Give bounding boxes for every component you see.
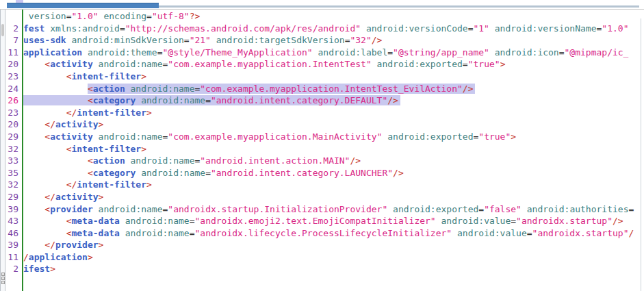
code-line[interactable]: </activity>: [23, 191, 644, 203]
indent: [23, 144, 66, 154]
line-number: 39: [5, 239, 18, 251]
indent: [23, 59, 44, 69]
horizontal-scrollbar-thumb[interactable]: [7, 3, 159, 8]
xml-delimiter: <: [44, 204, 50, 214]
line-number: 20: [5, 118, 18, 131]
line-number: 24: [5, 83, 18, 95]
xml-attribute-name: android:name: [136, 168, 205, 178]
xml-tag-name: meta-data: [71, 216, 119, 226]
code-line[interactable]: uses-sdk android:minSdkVersion="21" andr…: [23, 34, 644, 47]
code-line[interactable]: ifest>: [23, 263, 644, 275]
indent: [23, 71, 66, 81]
xml-delimiter: >: [511, 131, 516, 142]
line-number: 11: [5, 47, 18, 59]
xml-equals: =: [478, 204, 484, 214]
xml-equals: =: [527, 228, 532, 238]
code-line[interactable]: fest xmlns:android="http://schemas.andro…: [23, 23, 644, 35]
code-line[interactable]: <action android:name="android.intent.act…: [23, 155, 644, 167]
code-line[interactable]: </activity>: [23, 118, 644, 131]
splitter-grip-dot: [1, 277, 5, 280]
xml-attribute-value: "@mipmap/ic_: [565, 47, 629, 58]
xml-attribute-value: "1.0": [71, 11, 98, 21]
xml-delimiter: </: [44, 192, 55, 202]
xml-attribute-value: "androidx.startup.InitializationProvider…: [168, 204, 387, 214]
code-line[interactable]: </intent-filter>: [23, 179, 644, 191]
indent: [23, 204, 44, 214]
code-line[interactable]: <category android:name="android.intent.c…: [23, 167, 644, 179]
code-line[interactable]: <intent-filter>: [23, 71, 644, 83]
xml-tag-name: intent-filter: [71, 144, 141, 154]
code-line[interactable]: /application>: [23, 251, 644, 264]
xml-delimiter: >: [146, 179, 152, 190]
xml-delimiter: <: [44, 59, 50, 69]
code-line[interactable]: <provider android:name="androidx.startup…: [23, 203, 644, 216]
code-line[interactable]: </provider>: [23, 239, 644, 251]
xml-tag-name: uses-sdk: [23, 35, 66, 45]
code-line[interactable]: <intent-filter>: [23, 143, 644, 155]
xml-attribute-name: android:icon: [489, 47, 559, 58]
panel-splitter[interactable]: [0, 10, 5, 291]
code-line[interactable]: version="1.0" encoding="utf-8"?>: [23, 10, 644, 23]
xml-tag-name: application: [29, 252, 88, 262]
xml-delimiter: />: [613, 216, 623, 226]
indent: [23, 240, 44, 250]
code-editor: 271120232426232029323335322939434639112 …: [0, 9, 644, 291]
xml-delimiter: >: [146, 107, 152, 118]
xml-equals: =: [387, 47, 393, 58]
xml-delimiter: <: [88, 168, 93, 178]
xml-attribute-value: "com.example.myapplication.MainActivity": [168, 131, 382, 142]
xml-attribute-name: android:exported: [382, 131, 473, 142]
code-line[interactable]: application android:theme="@style/Theme_…: [23, 47, 644, 59]
xml-attribute-name: android:name: [93, 59, 163, 69]
xml-attribute-value: "true": [478, 131, 511, 142]
xml-tag-name: provider: [50, 204, 93, 214]
xml-attribute-value: "1.0": [602, 23, 628, 34]
code-line[interactable]: <category android:name="android.intent.c…: [23, 94, 644, 107]
xml-delimiter: />: [372, 35, 383, 45]
xml-attribute-name: android:value: [452, 228, 527, 238]
xml-attribute-value: "1": [473, 23, 489, 34]
xml-delimiter: >: [99, 119, 104, 129]
code-line[interactable]: <meta-data android:name="androidx.emoji2…: [23, 215, 644, 227]
gutter: 271120232426232029323335322939434639112: [5, 10, 23, 291]
xml-delimiter: >: [99, 192, 104, 202]
xml-equals: =: [120, 23, 125, 34]
code-area[interactable]: version="1.0" encoding="utf-8"?>fest xml…: [23, 10, 644, 291]
xml-delimiter: </: [44, 119, 55, 129]
code-line[interactable]: </intent-filter>: [23, 107, 644, 119]
xml-delimiter: /: [628, 228, 634, 238]
xml-attribute-name: android:exported: [387, 204, 478, 214]
xml-delimiter: <: [44, 131, 50, 142]
line-number: 35: [5, 167, 18, 179]
code-line[interactable]: <activity android:name="com.example.myap…: [23, 131, 644, 143]
xml-tag-name: intent-filter: [77, 107, 146, 118]
xml-delimiter: >: [99, 240, 104, 250]
plain-text: [23, 11, 29, 21]
xml-delimiter: </: [66, 107, 77, 118]
code-line[interactable]: <activity android:name="com.example.myap…: [23, 58, 644, 71]
line-number: 2: [5, 23, 18, 35]
indent: [23, 95, 88, 105]
indent: [23, 155, 88, 166]
line-number: 33: [5, 155, 18, 167]
xml-attribute-name: android:name: [93, 131, 163, 142]
left-scrollbar-thumb[interactable]: [1, 24, 4, 36]
line-number: 39: [5, 203, 18, 216]
indent: [23, 84, 88, 94]
code-line[interactable]: <meta-data android:name="androidx.lifecy…: [23, 227, 644, 240]
xml-delimiter: </: [44, 240, 55, 250]
xml-attribute-value: "false": [484, 204, 521, 214]
code-line[interactable]: <action android:name="com.example.myappl…: [23, 83, 644, 95]
xml-attribute-name: android:targetSdkVersion: [211, 35, 345, 45]
line-number: 29: [5, 191, 18, 203]
xml-attribute-value: "utf-8": [152, 11, 190, 21]
line-number: 23: [5, 71, 18, 83]
xml-equals: =: [463, 59, 468, 69]
xml-attribute-value: "21": [190, 35, 211, 45]
xml-tag-name: fest: [23, 23, 44, 34]
xml-attribute-value: "@style/Theme_MyApplication": [163, 47, 313, 58]
xml-tag-name: activity: [50, 131, 93, 142]
line-number: 26: [5, 94, 18, 107]
xml-delimiter: />: [463, 84, 474, 94]
xml-attribute-name: android:exported: [372, 59, 463, 69]
